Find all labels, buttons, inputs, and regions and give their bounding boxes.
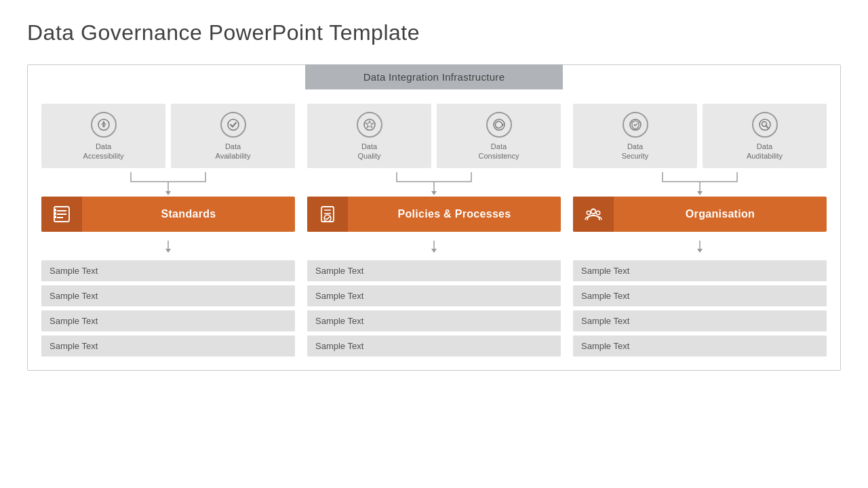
sample-row: Sample Text xyxy=(573,285,827,306)
accessibility-icon xyxy=(91,112,117,138)
quality-icon xyxy=(357,112,382,138)
sample-row: Sample Text xyxy=(307,285,561,306)
svg-marker-16 xyxy=(431,191,437,195)
sample-row: Sample Text xyxy=(307,336,561,357)
sample-row: Sample Text xyxy=(573,310,827,331)
svg-marker-12 xyxy=(165,249,171,253)
svg-point-2 xyxy=(228,119,239,130)
svg-rect-10 xyxy=(54,216,56,218)
arrow-organisation xyxy=(573,240,827,253)
diagram-container: Data Integration Infrastructure xyxy=(27,64,841,371)
standards-header: Standards xyxy=(41,197,295,232)
svg-marker-20 xyxy=(431,249,437,253)
sample-row: Sample Text xyxy=(41,285,295,306)
card-data-availability: DataAvailability xyxy=(171,104,295,168)
availability-icon xyxy=(220,112,246,138)
card-data-accessibility: DataAccessibility xyxy=(41,104,165,168)
card-data-security: DataSecurity xyxy=(573,104,697,168)
columns-layout: DataAccessibility DataAvailability xyxy=(41,104,827,357)
svg-rect-8 xyxy=(54,209,56,211)
organisation-header: Organisation xyxy=(573,197,827,232)
security-label: DataSecurity xyxy=(622,142,649,161)
standards-icon xyxy=(41,197,82,232)
sample-row: Sample Text xyxy=(41,260,295,281)
svg-point-1 xyxy=(102,121,104,123)
sample-row: Sample Text xyxy=(307,310,561,331)
policies-label: Policies & Processes xyxy=(348,208,561,220)
auditability-icon xyxy=(752,112,778,138)
policies-header: Policies & Processes xyxy=(307,197,561,232)
icon-cards-organisation: DataSecurity DataAuditability xyxy=(573,104,827,168)
consistency-label: DataConsistency xyxy=(479,142,519,161)
svg-point-26 xyxy=(591,209,596,214)
svg-marker-3 xyxy=(165,191,171,195)
availability-label: DataAvailability xyxy=(216,142,251,161)
page: Data Governance PowerPoint Template Data… xyxy=(0,0,868,488)
column-organisation: DataSecurity DataAuditability xyxy=(573,104,827,357)
sample-row: Sample Text xyxy=(41,336,295,357)
svg-point-27 xyxy=(587,211,591,215)
svg-marker-15 xyxy=(502,123,504,127)
card-data-consistency: DataConsistency xyxy=(437,104,561,168)
quality-label: DataQuality xyxy=(357,142,380,161)
infra-header: Data Integration Infrastructure xyxy=(305,64,563,89)
auditability-label: DataAuditability xyxy=(747,142,783,161)
svg-marker-25 xyxy=(697,191,703,195)
sample-row: Sample Text xyxy=(573,336,827,357)
card-data-auditability: DataAuditability xyxy=(703,104,827,168)
icon-cards-standards: DataAccessibility DataAvailability xyxy=(41,104,295,168)
accessibility-label: DataAccessibility xyxy=(83,142,124,161)
sample-row: Sample Text xyxy=(307,260,561,281)
column-policies: DataQuality DataConsistency xyxy=(307,104,561,357)
column-standards: DataAccessibility DataAvailability xyxy=(41,104,295,357)
svg-marker-30 xyxy=(697,249,703,253)
page-title: Data Governance PowerPoint Template xyxy=(27,20,841,45)
organisation-icon xyxy=(573,197,614,232)
icon-cards-policies: DataQuality DataConsistency xyxy=(307,104,561,168)
connector-policies xyxy=(307,171,561,197)
sample-row: Sample Text xyxy=(41,310,295,331)
svg-point-28 xyxy=(596,211,600,215)
sample-row: Sample Text xyxy=(573,260,827,281)
connector-organisation xyxy=(573,171,827,197)
security-icon xyxy=(623,112,648,138)
consistency-icon xyxy=(486,112,512,138)
svg-line-24 xyxy=(766,126,768,129)
policies-icon xyxy=(307,197,348,232)
standards-label: Standards xyxy=(82,208,295,220)
arrow-policies xyxy=(307,240,561,253)
connector-standards xyxy=(41,171,295,197)
organisation-label: Organisation xyxy=(614,208,827,220)
card-data-quality: DataQuality xyxy=(307,104,431,168)
arrow-standards xyxy=(41,240,295,253)
svg-rect-9 xyxy=(54,212,56,215)
